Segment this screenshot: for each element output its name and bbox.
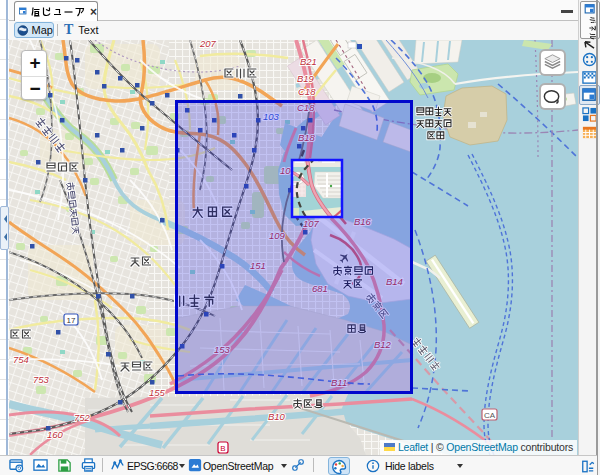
svg-text:155: 155 bbox=[149, 387, 166, 398]
svg-text:17: 17 bbox=[67, 316, 76, 325]
svg-text:B10: B10 bbox=[268, 411, 286, 422]
svg-text:753: 753 bbox=[33, 374, 50, 385]
svg-text:B19: B19 bbox=[297, 73, 315, 84]
svg-text:207: 207 bbox=[199, 40, 217, 49]
svg-text:C18: C18 bbox=[298, 86, 316, 97]
svg-text:CA: CA bbox=[484, 411, 496, 420]
svg-text:B21: B21 bbox=[300, 56, 317, 67]
svg-text:B: B bbox=[220, 444, 225, 453]
svg-text:752: 752 bbox=[74, 412, 91, 423]
svg-text:754: 754 bbox=[13, 354, 29, 365]
svg-text:160: 160 bbox=[47, 429, 64, 440]
